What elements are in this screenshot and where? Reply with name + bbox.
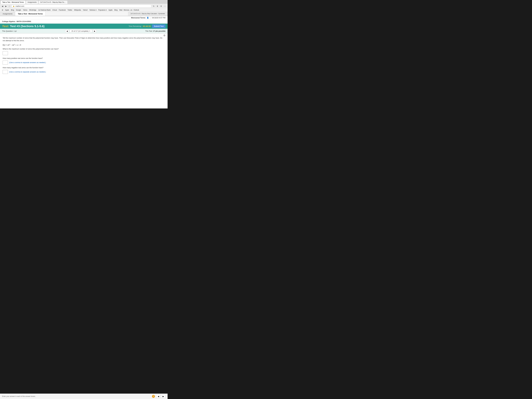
tab-symbolab-label: 2x^2-4x^2+x+5 - Step-by-Step Calculator …: [131, 13, 165, 14]
user-icon: 👤: [147, 17, 149, 19]
bookmark-apple2[interactable]: Apple: [108, 9, 113, 11]
positive-zeros-answer-container: (Use a comma to separate answers as need…: [3, 61, 165, 64]
this-test-label: This Test:: [145, 30, 152, 32]
bookmark-bing2[interactable]: Bing: [114, 9, 118, 11]
max-zeros-input[interactable]: [3, 51, 8, 55]
url-text: mathxl.com: [15, 5, 24, 7]
test-name: Test #3 (Sections 5.1-5.6): [10, 25, 44, 28]
browser-chrome: Take a Test - Monsserat Torres Assignmen…: [0, 0, 168, 16]
page-tabs: Assignments Take a Test - Monsserat Torr…: [0, 12, 168, 16]
tab-symbolab-page[interactable]: 2x^2-4x^2+x+5 - Step-by-Step Calculator …: [128, 12, 168, 16]
address-bar[interactable]: 🔒 mathxl.com: [11, 5, 152, 8]
download-button[interactable]: ⬇: [156, 5, 159, 7]
progress-dropdown-arrow: ▼: [89, 30, 90, 32]
top-bar: Monsserat Torres 👤 | 04/18/20 9:07 PM: [0, 16, 168, 19]
lock-icon: 🔒: [13, 5, 15, 7]
active-tab[interactable]: Take a Test - Monsserat Torres: [0, 0, 25, 4]
nav-progress[interactable]: 15 of 17 (12 complete) ▼: [70, 30, 92, 33]
bookmark-noticias[interactable]: Noticias ▾: [89, 9, 97, 11]
browser-toolbar: ◀ ▶ □ 🔒 mathxl.com ↻ ⬇ ⬆ ⋯: [0, 4, 168, 8]
bookmark-mail[interactable]: Mail - Monsse...es - Outlook: [119, 9, 140, 11]
this-test-info: This Test: 17 pts possible: [145, 30, 165, 32]
question-nav: ◀ 15 of 17 (12 complete) ▼ ▶: [65, 30, 96, 33]
forward-button[interactable]: ▶: [5, 5, 7, 7]
bookmark-twitter[interactable]: Twitter: [67, 9, 73, 11]
bookmark-yahoo2[interactable]: Yahoo!: [82, 9, 89, 11]
negative-zeros-answer-container: (Use a comma to separate answers as need…: [3, 70, 165, 74]
bookmark-yahoo[interactable]: Yahoo: [22, 9, 28, 11]
user-name: Monsserat Torres: [131, 17, 146, 19]
more-button[interactable]: ⋯: [163, 5, 166, 7]
question-pts-label: This Question: 1 pt: [2, 30, 17, 32]
tab-assignments-label: Assignments: [3, 13, 13, 15]
bookmark-windridge[interactable]: Windridge: [28, 9, 37, 11]
test-title-area: Test: Test #3 (Sections 5.1-5.6): [2, 25, 44, 28]
time-remaining-area: Time Remaining: 00:48:55 Submit Test: [129, 24, 165, 28]
date-time: 04/18/20 9:07 PM: [152, 17, 165, 19]
tabs-button[interactable]: □: [8, 5, 11, 7]
bookmark-google[interactable]: Google: [15, 9, 22, 11]
tab-symbolab[interactable]: 2x^2-4x^2+x+5 - Step-by-Step Calculator …: [38, 0, 68, 4]
refresh-button[interactable]: ↻: [152, 5, 155, 7]
tab-take-test-label: Take a Test - Monsserat Torres: [18, 13, 43, 15]
exp2: 2: [14, 44, 15, 45]
course-name: College Algebra - MATH-1314-63501: [2, 20, 31, 22]
max-zeros-question: What is the maximum number of zeros this…: [3, 48, 165, 50]
function-display: f(x) = 2x3 − 4x2 + x + 5: [3, 44, 165, 46]
time-remaining-label: Time Remaining:: [129, 25, 142, 27]
function-mid: − 4x: [11, 44, 14, 46]
bookmark-1st-national[interactable]: 1st National Bank: [37, 9, 51, 11]
test-label: Test:: [2, 25, 9, 28]
exp1: 3: [9, 44, 10, 45]
bookmark-wikipedia[interactable]: Wikipedia: [73, 9, 82, 11]
bookmark-grid[interactable]: ⊞: [1, 9, 4, 11]
next-question-button[interactable]: ▶: [93, 30, 96, 33]
tab-assignments[interactable]: Assignments: [26, 0, 38, 4]
prev-question-button[interactable]: ◀: [65, 30, 69, 33]
bookmarks-bar: ⊞ Apple Bing Google Yahoo Windridge 1st …: [0, 8, 168, 12]
positive-zeros-input[interactable]: [3, 61, 8, 64]
pts-possible: 17 pts possible: [153, 30, 165, 32]
tab-take-test-page[interactable]: Take a Test - Monsserat Torres: [15, 12, 45, 16]
max-zeros-answer-container: [3, 51, 165, 55]
function-label: f(x) = 2x: [3, 44, 9, 46]
back-button[interactable]: ◀: [1, 5, 4, 7]
bookmark-facebook[interactable]: Facebook: [58, 9, 66, 11]
question-score: This Question: 1 pt: [2, 30, 17, 32]
tab-bar: Take a Test - Monsserat Torres Assignmen…: [0, 0, 168, 4]
nav-row: This Question: 1 pt ◀ 15 of 17 (12 compl…: [0, 29, 168, 33]
share-button[interactable]: ⬆: [160, 5, 163, 7]
question-content: Tell the maximum number of zeros that th…: [0, 35, 168, 108]
gear-icon[interactable]: ⚙: [163, 34, 165, 37]
bookmark-apple[interactable]: Apple: [4, 9, 10, 11]
course-header: College Algebra - MATH-1314-63501: [0, 19, 168, 24]
question-instructions: Tell the maximum number of zeros that th…: [3, 37, 165, 42]
bookmark-populares[interactable]: Populares ▾: [97, 9, 108, 11]
negative-zeros-input[interactable]: [3, 70, 8, 74]
bookmark-bing[interactable]: Bing: [10, 9, 15, 11]
negative-zeros-question: How many negative real zeros can the fun…: [3, 67, 165, 69]
positive-zeros-question: How many positive real zeros can the fun…: [3, 57, 165, 59]
test-header-bar: Test: Test #3 (Sections 5.1-5.6) Time Re…: [0, 24, 168, 29]
bookmark-icloud[interactable]: iCloud: [52, 9, 58, 11]
positive-zeros-hint: (Use a comma to separate answers as need…: [9, 62, 46, 63]
time-value: 00:48:55: [143, 25, 151, 27]
negative-zeros-hint: (Use a comma to separate answers as need…: [9, 71, 46, 73]
tab-assignments-page[interactable]: Assignments: [0, 12, 15, 16]
submit-test-button[interactable]: Submit Test: [152, 24, 165, 28]
function-end: + x + 5: [15, 44, 21, 46]
progress-text: 15 of 17 (12 complete): [71, 30, 89, 32]
separator: |: [150, 17, 151, 19]
